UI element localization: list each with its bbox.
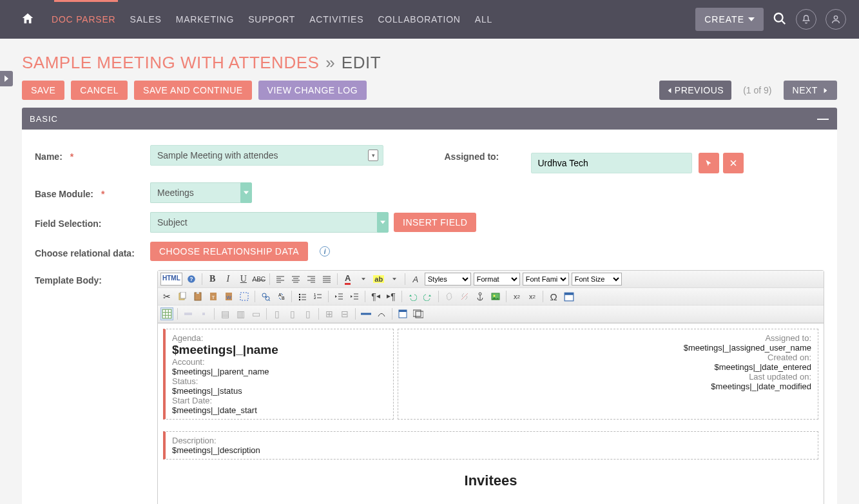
nav-activities[interactable]: ACTIVITIES [309, 14, 363, 24]
view-change-log-button[interactable]: VIEW CHANGE LOG [258, 81, 367, 100]
svg-point-58 [494, 295, 496, 297]
anchor-icon[interactable] [474, 290, 487, 303]
user-icon[interactable] [825, 9, 846, 30]
delete-col-icon[interactable]: ▯ [302, 307, 314, 320]
font-color-dropdown-icon[interactable] [357, 273, 370, 286]
find-icon[interactable] [259, 290, 272, 303]
chevron-down-icon[interactable] [240, 182, 252, 203]
fullscreen-icon[interactable] [396, 307, 409, 320]
save-button[interactable]: SAVE [22, 81, 64, 100]
remove-format-icon[interactable] [375, 307, 388, 320]
replace-icon[interactable]: AB [275, 290, 287, 303]
save-continue-button[interactable]: SAVE AND CONTINUE [134, 81, 252, 100]
panel-header: BASIC — [22, 108, 837, 130]
insert-row-before-icon[interactable]: ▤ [218, 307, 231, 320]
bullet-list-icon[interactable] [296, 290, 309, 303]
notifications-icon[interactable] [796, 9, 816, 30]
doc-r-created-val: $meetings|_|date_entered [684, 362, 811, 372]
align-left-icon[interactable] [274, 273, 287, 286]
undo-icon[interactable] [406, 290, 419, 303]
help-icon[interactable]: ? [185, 273, 198, 286]
info-icon[interactable]: i [320, 246, 330, 257]
link-icon[interactable] [443, 290, 456, 303]
svg-rect-61 [162, 309, 171, 318]
nav-doc-parser[interactable]: DOC PARSER [52, 14, 116, 24]
nav-marketing[interactable]: MARKETING [176, 14, 234, 24]
merge-cell-icon[interactable]: ⊟ [338, 307, 351, 320]
base-module-value: Meetings [150, 182, 240, 203]
special-char-icon[interactable]: Ω [547, 290, 560, 303]
paste-icon[interactable] [191, 290, 204, 303]
side-panel-toggle[interactable] [0, 71, 13, 86]
italic-icon[interactable]: I [222, 273, 235, 286]
next-button[interactable]: NEXT [784, 81, 837, 100]
field-selection-value: Subject [150, 212, 377, 233]
table-icon[interactable] [160, 307, 173, 320]
insert-col-before-icon[interactable]: ▯ [271, 307, 284, 320]
highlight-icon[interactable]: ab [372, 273, 385, 286]
font-size-select[interactable]: Font Size [572, 273, 622, 286]
row-props-icon[interactable] [182, 307, 195, 320]
home-icon[interactable] [21, 12, 35, 28]
copy-icon[interactable] [176, 290, 189, 303]
preview-icon[interactable] [412, 307, 425, 320]
rtl-icon[interactable]: ¶ [385, 290, 398, 303]
cut-icon[interactable]: ✂ [160, 290, 173, 303]
record-title[interactable]: SAMPLE MEETING WITH ATTENDES [22, 53, 319, 73]
outdent-icon[interactable] [333, 290, 345, 303]
breadcrumb-sep: » [325, 53, 334, 73]
name-input[interactable] [150, 145, 383, 166]
align-justify-icon[interactable] [320, 273, 333, 286]
redo-icon[interactable] [421, 290, 434, 303]
font-color-icon[interactable]: A [342, 273, 354, 286]
indent-icon[interactable] [348, 290, 361, 303]
strikethrough-icon[interactable]: ABC [253, 273, 265, 286]
date-icon[interactable] [563, 290, 575, 303]
number-list-icon[interactable]: 12 [311, 290, 324, 303]
delete-row-icon[interactable]: ▭ [249, 307, 262, 320]
nav-collaboration[interactable]: COLLABORATION [378, 14, 460, 24]
insert-row-after-icon[interactable]: ▥ [234, 307, 247, 320]
base-module-label: Base Module:* [31, 182, 150, 199]
align-center-icon[interactable] [289, 273, 302, 286]
assigned-select-button[interactable] [699, 153, 719, 173]
format-select[interactable]: Format [474, 273, 520, 286]
unlink-icon[interactable] [458, 290, 471, 303]
create-button[interactable]: CREATE [695, 8, 764, 31]
panel-collapse-icon[interactable]: — [817, 113, 829, 124]
assigned-clear-button[interactable] [723, 153, 744, 173]
choose-relationship-button[interactable]: CHOOSE RELATIONSHIP DATA [150, 242, 308, 261]
base-module-select[interactable]: Meetings [150, 182, 252, 203]
paste-text-icon[interactable]: T [207, 290, 220, 303]
clear-format-icon[interactable]: A [409, 273, 422, 286]
superscript-icon[interactable]: x2 [526, 290, 539, 303]
cancel-button[interactable]: CANCEL [71, 81, 128, 100]
editor-body[interactable]: Agenda: $meetings|_|name Account: $meeti… [158, 323, 824, 504]
chevron-down-icon[interactable] [377, 212, 389, 233]
input-picker-icon[interactable]: ▾ [368, 150, 378, 161]
split-cell-icon[interactable]: ⊞ [323, 307, 336, 320]
previous-button[interactable]: PREVIOUS [659, 81, 731, 100]
search-icon[interactable] [773, 12, 787, 28]
paste-word-icon[interactable]: W [222, 290, 235, 303]
nav-support[interactable]: SUPPORT [248, 14, 295, 24]
subscript-icon[interactable]: x2 [510, 290, 523, 303]
image-icon[interactable] [489, 290, 502, 303]
insert-field-button[interactable]: INSERT FIELD [394, 213, 476, 232]
nav-all[interactable]: ALL [475, 14, 492, 24]
assigned-input[interactable] [531, 153, 692, 173]
nav-sales[interactable]: SALES [130, 14, 162, 24]
select-all-icon[interactable] [238, 290, 251, 303]
bold-icon[interactable]: B [206, 273, 219, 286]
ltr-icon[interactable]: ¶ [369, 290, 382, 303]
align-right-icon[interactable] [305, 273, 318, 286]
hr-icon[interactable] [360, 307, 372, 320]
html-button[interactable]: HTML [160, 273, 182, 286]
insert-col-after-icon[interactable]: ▯ [286, 307, 299, 320]
cell-props-icon[interactable] [197, 307, 210, 320]
underline-icon[interactable]: U [237, 273, 250, 286]
font-family-select[interactable]: Font Family [523, 273, 569, 286]
styles-select[interactable]: Styles [425, 273, 471, 286]
highlight-dropdown-icon[interactable] [388, 273, 401, 286]
field-selection-select[interactable]: Subject [150, 212, 389, 233]
